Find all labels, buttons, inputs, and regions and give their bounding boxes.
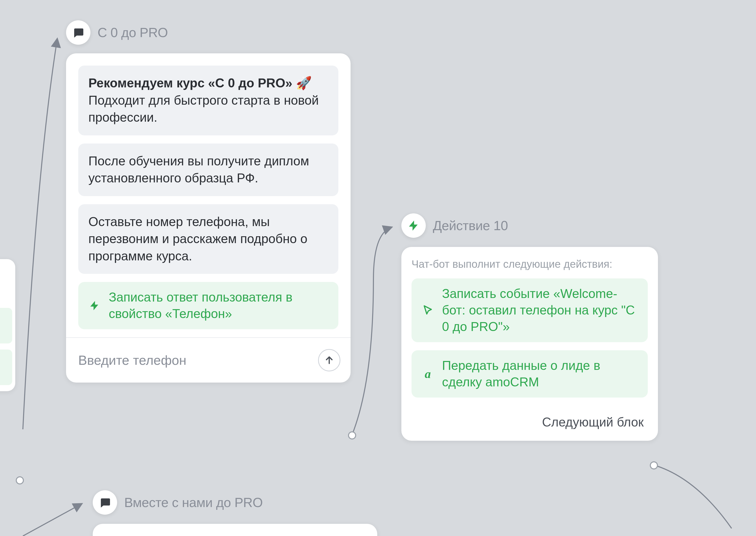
edge-action-slab: [0, 350, 12, 385]
node-title: С 0 до PRO: [98, 25, 168, 40]
message-text: Оставьте номер телефона, мы перезвоним и…: [88, 215, 307, 263]
message-block: Рекомендуем курс «С 0 до PRO» 🚀Подходит …: [78, 66, 338, 135]
edge-partial-node[interactable]: [0, 259, 15, 391]
action-send-amocrm[interactable]: a Передать данные о лиде в сделку amoCRM: [411, 350, 648, 398]
inline-action-save-property[interactable]: Записать ответ пользователя в свойство «…: [78, 282, 338, 329]
chat-bubble-icon: [66, 20, 90, 45]
node-card-pro[interactable]: Рекомендуем курс «С 0 до PRO» 🚀Подходит …: [66, 53, 350, 383]
node-header-pro[interactable]: С 0 до PRO: [66, 20, 168, 45]
action-record-event[interactable]: Записать событие «Welcome-бот: оставил т…: [411, 279, 648, 342]
action-text: Записать событие «Welcome-бот: оставил т…: [442, 285, 639, 335]
node-card-action10[interactable]: Чат-бот выполнит следующие действия: Зап…: [401, 247, 658, 441]
node-header-action10[interactable]: Действие 10: [401, 214, 508, 238]
action-text: Передать данные о лиде в сделку amoCRM: [442, 357, 639, 390]
action-subtitle: Чат-бот выполнит следующие действия:: [401, 258, 658, 279]
message-block: После обучения вы получите диплом устано…: [78, 144, 338, 196]
connection-port[interactable]: [348, 431, 356, 440]
amo-icon: a: [421, 367, 435, 381]
chat-bubble-icon: [93, 490, 117, 515]
next-block-link[interactable]: Следующий блок: [401, 406, 658, 441]
message-block: Оставьте номер телефона, мы перезвоним и…: [78, 204, 338, 274]
connection-port[interactable]: [16, 476, 24, 485]
cursor-icon: [421, 303, 435, 318]
phone-input-row[interactable]: Введите телефон: [66, 337, 350, 383]
node-title: Вместе с нами до PRO: [124, 495, 263, 510]
inline-action-text: Записать ответ пользователя в свойство «…: [109, 289, 329, 322]
node-card-together[interactable]: [93, 524, 377, 536]
node-title: Действие 10: [433, 218, 508, 233]
connection-port[interactable]: [650, 461, 658, 469]
node-header-together[interactable]: Вместе с нами до PRO: [93, 490, 263, 515]
edge-action-slab: [0, 308, 12, 344]
flow-canvas[interactable]: С 0 до PRO Рекомендуем курс «С 0 до PRO»…: [0, 0, 756, 536]
message-text: После обучения вы получите диплом устано…: [88, 154, 309, 185]
bolt-icon: [401, 214, 426, 238]
phone-input-placeholder[interactable]: Введите телефон: [78, 352, 186, 368]
send-arrow-button[interactable]: [318, 349, 341, 371]
bolt-icon: [87, 298, 102, 313]
